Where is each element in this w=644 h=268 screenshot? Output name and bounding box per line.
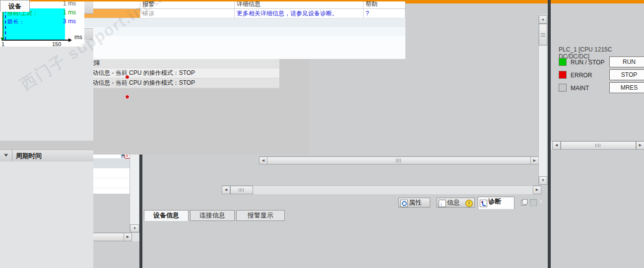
run-button[interactable]: RUN	[609, 56, 644, 67]
stat-label: 最长：	[7, 18, 25, 24]
chevron-down-icon[interactable]: ⮟	[4, 152, 8, 158]
tab-diagnostics-label: 诊断	[488, 198, 501, 205]
options-scroll-left-icon[interactable]: ◀	[552, 141, 561, 150]
stat-value: 1 ms	[63, 9, 76, 16]
alarm-cell: 错误	[140, 9, 235, 18]
x-tick-min: 1	[1, 41, 4, 47]
details-link[interactable]: 更多相关详细信息，请参见设备诊断。	[235, 9, 364, 18]
content-hscroll-thumb[interactable]	[230, 186, 253, 194]
events-scroll-right-icon[interactable]: ▶	[530, 157, 539, 164]
info-badge-icon: i	[465, 200, 473, 207]
stat-longest: 最长： 3 ms	[0, 18, 92, 24]
diagnostics-icon	[480, 200, 487, 207]
stop-button[interactable]: STOP	[609, 69, 644, 80]
tia-portal-window: 设备 ◀ ▶ 程序信息▶设备代理数据文本列表▼本地模块PLC_1 [CPU 12…	[0, 0, 644, 268]
content-scroll-right-icon[interactable]: ▶	[533, 186, 541, 194]
cycle-time-header[interactable]: ⮟ 周期时间	[0, 150, 93, 162]
content-scroll-down-icon[interactable]: ▼	[539, 176, 547, 185]
panel-separator[interactable]	[548, 0, 551, 268]
event-text: 新的启动信息 - 当前 CPU 的操作模式：STOP	[74, 68, 278, 78]
x-axis	[1, 40, 68, 41]
content-scroll-up-icon[interactable]: ▲	[539, 15, 547, 24]
options-scroll-right-icon[interactable]: ▶	[636, 141, 644, 150]
help-link[interactable]: ?	[364, 9, 405, 18]
mres-button[interactable]: MRES	[609, 82, 644, 93]
tree-scroll-right-icon[interactable]: ▶	[124, 233, 132, 241]
cycle-time-title: 周期时间	[16, 152, 42, 161]
subtab-device-info[interactable]: 设备信息	[144, 210, 189, 221]
info-icon	[439, 200, 446, 207]
cycle-panel-body	[0, 161, 93, 268]
divider	[12, 150, 12, 161]
tab-properties[interactable]: 属性	[398, 198, 430, 208]
options-hscroll-thumb[interactable]	[561, 141, 636, 150]
tab-info[interactable]: 信息 i	[437, 198, 475, 208]
tab-diagnostics[interactable]: 诊断	[478, 197, 515, 209]
content-hscrollbar[interactable]	[222, 185, 541, 194]
cpu-panel-body	[0, 40, 93, 141]
float-view-icon[interactable]	[521, 199, 527, 205]
stat-value: 3 ms	[63, 18, 76, 24]
run-stop-led	[559, 58, 567, 66]
run-stop-led-label: RUN / STOP	[571, 59, 604, 66]
subtab-alarm-display[interactable]: 报警显示	[236, 210, 285, 221]
collapse-pane-icon[interactable]: ▼	[539, 199, 545, 205]
tab-info-label: 信息	[447, 199, 460, 206]
subtab-connection-info[interactable]: 连接信息	[190, 210, 235, 221]
error-led	[559, 71, 567, 79]
properties-icon	[400, 200, 408, 207]
content-scroll-left-icon[interactable]: ◀	[222, 186, 230, 194]
x-axis-unit: ms	[74, 34, 82, 41]
error-led-label: ERROR	[571, 72, 592, 79]
content-vscroll-thumb[interactable]	[539, 24, 547, 46]
x-tick-max: 150	[52, 41, 61, 47]
tree-scroll-down-icon[interactable]: ▼	[130, 224, 139, 232]
events-hscroll-thumb[interactable]	[267, 157, 531, 164]
events-scroll-left-icon[interactable]: ◀	[259, 157, 267, 164]
event-text: 新的启动信息 - 当前 CPU 的操作模式：STOP	[74, 78, 278, 88]
tab-devices[interactable]: 设备	[0, 0, 30, 12]
event-text: IO 站故障	[74, 58, 278, 68]
maint-led-label: MAINT	[571, 85, 589, 92]
current-cycle-marker	[0, 38, 4, 41]
embed-view-icon[interactable]	[530, 199, 537, 206]
x-axis-arrow	[68, 38, 72, 42]
tab-properties-label: 属性	[409, 199, 422, 206]
maint-led	[559, 84, 567, 92]
inspector-orange-line	[0, 0, 405, 1]
